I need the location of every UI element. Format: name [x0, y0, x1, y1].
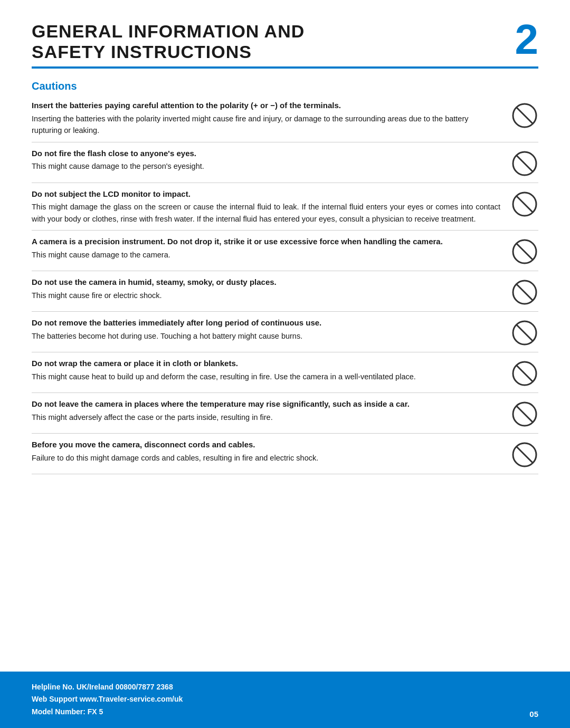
caution-title: Before you move the camera, disconnect c…	[32, 439, 500, 451]
no-symbol-icon	[511, 360, 538, 387]
caution-body: This might cause fire or electric shock.	[32, 290, 500, 301]
caution-text-lcd-impact: Do not subject the LCD monitor to impact…	[32, 188, 511, 225]
caution-item: Do not use the camera in humid, steamy, …	[32, 276, 538, 312]
no-symbol-icon	[511, 400, 538, 428]
caution-text-disconnect-cords: Before you move the camera, disconnect c…	[32, 439, 511, 464]
no-symbol-icon	[511, 190, 538, 218]
caution-text-remove-batteries: Do not remove the batteries immediately …	[32, 317, 511, 342]
caution-title: Do not leave the camera in places where …	[32, 398, 500, 410]
caution-item: A camera is a precision instrument. Do n…	[32, 236, 538, 271]
svg-line-9	[517, 284, 533, 300]
caution-body: This might cause damage to the person's …	[32, 160, 500, 172]
no-symbol-icon	[511, 150, 538, 177]
footer-page-number: 05	[529, 710, 538, 719]
caution-item: Do not leave the camera in places where …	[32, 398, 538, 434]
caution-title: Do not use the camera in humid, steamy, …	[32, 276, 500, 289]
page-wrapper: General Information and Safety Instructi…	[0, 0, 570, 728]
title-line1: General Information and	[32, 21, 305, 41]
no-symbol-icon	[511, 441, 538, 468]
caution-title: Do not subject the LCD monitor to impact…	[32, 188, 500, 200]
page-title: General Information and Safety Instructi…	[32, 21, 505, 62]
caution-text-precision-instrument: A camera is a precision instrument. Do n…	[32, 236, 511, 261]
caution-item: Do not subject the LCD monitor to impact…	[32, 188, 538, 231]
svg-line-15	[517, 406, 533, 422]
no-symbol-icon	[511, 319, 538, 347]
caution-text-flash-eyes: Do not fire the flash close to anyone's …	[32, 148, 511, 173]
spacer	[0, 581, 570, 672]
caution-text-batteries-polarity: Insert the batteries paying careful atte…	[32, 100, 511, 136]
caution-body: This might cause damage to the camera.	[32, 249, 500, 261]
caution-text-humid-places: Do not use the camera in humid, steamy, …	[32, 276, 511, 301]
caution-body: This might damage the glass on the scree…	[32, 201, 500, 225]
caution-item: Do not fire the flash close to anyone's …	[32, 148, 538, 183]
caution-title: Insert the batteries paying careful atte…	[32, 100, 500, 112]
caution-title: Do not remove the batteries immediately …	[32, 317, 500, 329]
caution-body: Failure to do this might damage cords an…	[32, 452, 500, 464]
svg-line-7	[517, 244, 533, 260]
caution-item: Before you move the camera, disconnect c…	[32, 439, 538, 474]
no-symbol-icon	[511, 102, 538, 129]
cautions-heading: Cautions	[32, 80, 538, 92]
footer-web: Web Support www.Traveler-service.com/uk	[32, 693, 183, 706]
cautions-container: Insert the batteries paying careful atte…	[32, 100, 538, 474]
caution-body: This might adversely affect the case or …	[32, 411, 500, 423]
svg-line-1	[517, 108, 533, 123]
svg-line-13	[517, 366, 533, 381]
caution-item: Insert the batteries paying careful atte…	[32, 100, 538, 142]
header-divider	[32, 66, 538, 69]
no-symbol-icon	[511, 279, 538, 306]
caution-text-wrap-camera: Do not wrap the camera or place it in cl…	[32, 358, 511, 382]
no-symbol-icon	[511, 238, 538, 265]
caution-item: Do not wrap the camera or place it in cl…	[32, 358, 538, 393]
caution-body: Inserting the batteries with the polarit…	[32, 113, 500, 137]
svg-line-3	[517, 156, 533, 171]
caution-title: Do not fire the flash close to anyone's …	[32, 148, 500, 160]
caution-body: This might cause heat to build up and de…	[32, 371, 500, 382]
footer: Helpline No. UK/Ireland 00800/7877 2368 …	[0, 672, 570, 728]
svg-line-11	[517, 325, 533, 341]
caution-item: Do not remove the batteries immediately …	[32, 317, 538, 352]
main-content: General Information and Safety Instructi…	[0, 0, 570, 581]
svg-line-17	[517, 447, 533, 463]
caution-text-temperature-rise: Do not leave the camera in places where …	[32, 398, 511, 423]
footer-helpline: Helpline No. UK/Ireland 00800/7877 2368	[32, 681, 183, 694]
footer-info: Helpline No. UK/Ireland 00800/7877 2368 …	[32, 681, 183, 719]
title-line2: Safety Instructions	[32, 42, 252, 62]
caution-body: The batteries become hot during use. Tou…	[32, 330, 500, 342]
caution-title: A camera is a precision instrument. Do n…	[32, 236, 500, 248]
caution-title: Do not wrap the camera or place it in cl…	[32, 358, 500, 370]
header-section: General Information and Safety Instructi…	[32, 21, 538, 62]
footer-model: Model Number: FX 5	[32, 706, 183, 719]
svg-line-5	[517, 196, 533, 212]
chapter-number: 2	[515, 18, 539, 61]
